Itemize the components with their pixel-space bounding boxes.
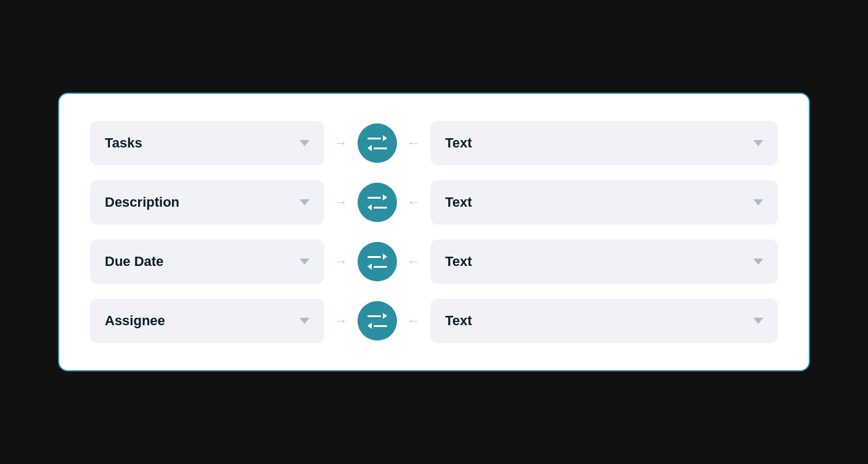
right-dropdown-assignee[interactable]: Text [430,299,778,343]
right-chevron-icon-due-date [753,259,763,265]
arrow-right-icon-tasks: → [334,135,348,151]
swap-icon-tasks [367,135,387,151]
mapping-row-assignee: Assignee → ← Text [90,296,778,346]
mapping-row-tasks: Tasks → ← Text [90,118,778,168]
left-chevron-icon-due-date [300,259,309,265]
swap-icon-description [367,194,387,210]
right-chevron-icon-description [753,199,763,205]
right-dropdown-due-date[interactable]: Text [430,239,778,284]
mapping-card: Tasks → ← Text [58,93,810,371]
left-label-assignee: Assignee [105,313,165,329]
right-dropdown-tasks[interactable]: Text [430,121,778,165]
swap-button-description[interactable] [358,183,397,222]
swap-icon-assignee [367,313,387,329]
left-label-tasks: Tasks [105,135,142,151]
swap-button-due-date[interactable] [358,242,397,281]
left-chevron-icon-tasks [300,140,309,146]
swap-button-assignee[interactable] [358,301,397,341]
arrow-right-icon-due-date: → [334,254,348,270]
right-label-assignee: Text [445,313,472,329]
arrow-left-icon-assignee: ← [407,313,420,329]
swap-button-tasks[interactable] [358,123,397,163]
left-label-description: Description [105,194,179,210]
right-label-description: Text [445,194,472,210]
swap-icon-due-date [367,254,387,270]
right-label-tasks: Text [445,135,472,151]
left-dropdown-assignee[interactable]: Assignee [90,299,324,343]
left-dropdown-due-date[interactable]: Due Date [90,239,324,284]
mapping-row-due-date: Due Date → ← Text [90,237,778,286]
right-chevron-icon-assignee [753,318,763,324]
arrow-right-icon-assignee: → [334,313,348,329]
arrow-left-icon-tasks: ← [407,135,420,151]
arrow-left-icon-description: ← [407,194,420,210]
arrow-right-icon-description: → [334,194,348,210]
arrow-left-icon-due-date: ← [407,254,420,270]
right-label-due-date: Text [445,254,472,270]
left-chevron-icon-description [300,199,309,205]
left-chevron-icon-assignee [300,318,309,324]
left-dropdown-description[interactable]: Description [90,180,324,225]
left-label-due-date: Due Date [105,254,163,270]
left-dropdown-tasks[interactable]: Tasks [90,121,324,165]
mapping-row-description: Description → ← Text [90,178,778,227]
right-chevron-icon-tasks [753,140,763,146]
right-dropdown-description[interactable]: Text [430,180,778,225]
